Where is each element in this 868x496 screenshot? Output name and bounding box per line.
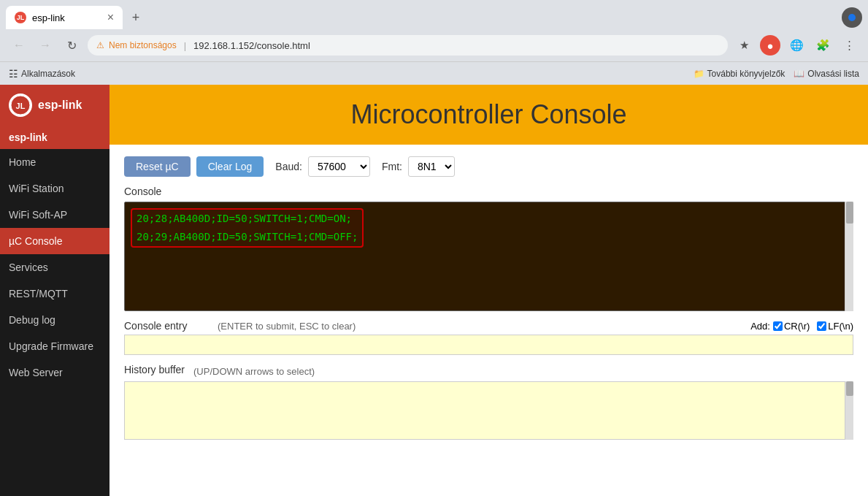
history-area[interactable] <box>124 381 853 440</box>
entry-header: Console entry (ENTER to submit, ESC to c… <box>124 320 853 332</box>
svg-point-0 <box>848 14 856 21</box>
history-hint: (UP/DOWN arrows to select) <box>193 366 315 377</box>
tab-favicon: JL <box>15 12 26 23</box>
page-header: Microcontroller Console <box>110 85 868 145</box>
translate-icon[interactable]: 🌐 <box>786 35 807 56</box>
history-area-wrapper <box>124 381 853 440</box>
tab-bar: JL esp-link × + <box>0 0 868 29</box>
sidebar-item-home[interactable]: Home <box>0 149 110 175</box>
console-area: 20;28;AB400D;ID=50;SWITCH=1;CMD=ON; 20;2… <box>124 202 853 311</box>
logo-icon: JL <box>9 94 32 117</box>
reset-uc-button[interactable]: Reset µC <box>124 156 191 177</box>
browser-chrome: JL esp-link × + ← → ↻ ⚠ Nem biztonságos … <box>0 0 868 85</box>
sidebar: JL esp-link esp-link Home WiFi Station W… <box>0 85 110 496</box>
console-entry-label: Console entry <box>124 320 212 332</box>
security-warning: Nem biztonságos <box>109 40 177 50</box>
sidebar-item-wifi-station[interactable]: WiFi Station <box>0 175 110 202</box>
reload-button[interactable]: ↻ <box>61 35 82 56</box>
bookmarks-right: 📁 További könyvjelzők 📖 Olvasási lista <box>694 69 859 79</box>
console-wrapper: 20;28;AB400D;ID=50;SWITCH=1;CMD=ON; 20;2… <box>124 202 853 311</box>
app-container: JL esp-link esp-link Home WiFi Station W… <box>0 85 868 496</box>
console-line-1: 20;28;AB400D;ID=50;SWITCH=1;CMD=ON; <box>131 208 364 228</box>
bookmark-star-icon[interactable]: ★ <box>734 35 754 56</box>
sidebar-item-upgrade-firmware[interactable]: Upgrade Firmware <box>0 333 110 359</box>
console-entry-section: Console entry (ENTER to submit, ESC to c… <box>124 320 853 355</box>
history-section: History buffer (UP/DOWN arrows to select… <box>124 364 853 440</box>
baud-select[interactable]: 57600 9600 19200 38400 115200 <box>308 156 370 177</box>
more-bookmarks-link[interactable]: 📁 További könyvjelzők <box>694 69 786 79</box>
content-area: Reset µC Clear Log Baud: 57600 9600 1920… <box>110 145 868 496</box>
sidebar-item-web-server[interactable]: Web Server <box>0 359 110 386</box>
apps-label: Alkalmazások <box>21 69 75 79</box>
security-icon: ⚠ <box>96 40 104 50</box>
url-separator: | <box>184 40 186 51</box>
sidebar-logo: JL esp-link <box>0 85 110 126</box>
sidebar-item-services[interactable]: Services <box>0 254 110 281</box>
bookmarks-bar: ☷ Alkalmazások 📁 További könyvjelzők 📖 O… <box>0 61 868 85</box>
reading-list-label: Olvasási lista <box>807 69 859 79</box>
sidebar-item-wifi-softap[interactable]: WiFi Soft-AP <box>0 202 110 228</box>
page-title: Microcontroller Console <box>124 99 853 130</box>
forward-button[interactable]: → <box>35 35 55 56</box>
chrome-menu-button[interactable]: ⋮ <box>839 35 859 56</box>
reading-list-link[interactable]: 📖 Olvasási lista <box>794 69 859 79</box>
lf-checkbox[interactable] <box>817 321 826 331</box>
cr-checkbox[interactable] <box>773 321 783 331</box>
record-icon[interactable]: ● <box>760 35 780 56</box>
console-entry-hint: (ENTER to submit, ESC to clear) <box>218 321 356 332</box>
tab-title: esp-link <box>32 12 101 23</box>
add-label: Add: <box>750 321 770 332</box>
folder-icon: 📁 <box>694 69 704 79</box>
sidebar-item-rest-mqtt[interactable]: REST/MQTT <box>0 281 110 307</box>
address-bar: ← → ↻ ⚠ Nem biztonságos | 192.168.1.152/… <box>0 29 868 61</box>
fmt-select[interactable]: 8N1 8N2 7N1 7E1 <box>408 156 455 177</box>
sidebar-logo-text: esp-link <box>38 99 82 112</box>
history-scrollbar-thumb <box>846 381 853 396</box>
url-display: 192.168.1.152/console.html <box>193 40 310 51</box>
chrome-menu-icon <box>842 7 862 28</box>
console-line-2: 20;29;AB400D;ID=50;SWITCH=1;CMD=OFF; <box>131 228 364 248</box>
reading-list-icon: 📖 <box>794 69 804 79</box>
console-entry-input[interactable] <box>124 335 853 355</box>
sidebar-item-uc-console[interactable]: µC Console <box>0 228 110 254</box>
main-content: Microcontroller Console Reset µC Clear L… <box>110 85 868 496</box>
svg-text:JL: JL <box>16 102 26 110</box>
extensions-icon[interactable]: 🧩 <box>813 35 833 56</box>
console-lines: 20;28;AB400D;ID=50;SWITCH=1;CMD=ON; 20;2… <box>131 208 847 248</box>
history-scrollbar[interactable] <box>845 381 853 440</box>
history-label: History buffer <box>124 364 185 375</box>
apps-bookmark[interactable]: ☷ Alkalmazások <box>9 68 75 80</box>
more-bookmarks-label: További könyvjelzők <box>707 69 786 79</box>
lf-label: LF(\n) <box>828 321 853 332</box>
console-label: Console <box>124 186 853 197</box>
sidebar-app-name: esp-link <box>0 126 110 149</box>
back-button[interactable]: ← <box>9 35 29 56</box>
clear-log-button[interactable]: Clear Log <box>196 156 264 177</box>
console-highlight-block: 20;28;AB400D;ID=50;SWITCH=1;CMD=ON; 20;2… <box>131 208 364 248</box>
history-header: History buffer (UP/DOWN arrows to select… <box>124 364 853 378</box>
cr-label: CR(\r) <box>784 321 810 332</box>
address-field[interactable]: ⚠ Nem biztonságos | 192.168.1.152/consol… <box>88 35 728 56</box>
baud-label: Baud: <box>275 161 302 172</box>
cr-checkbox-label[interactable]: CR(\r) <box>773 321 810 332</box>
active-tab[interactable]: JL esp-link × <box>6 6 123 29</box>
toolbar: Reset µC Clear Log Baud: 57600 9600 1920… <box>124 156 853 177</box>
tab-close-button[interactable]: × <box>107 12 114 23</box>
sidebar-item-debug-log[interactable]: Debug log <box>0 307 110 333</box>
new-tab-button[interactable]: + <box>126 7 146 28</box>
add-options: Add: CR(\r) LF(\n) <box>750 321 853 332</box>
lf-checkbox-label[interactable]: LF(\n) <box>817 321 853 332</box>
console-scrollbar[interactable] <box>845 202 853 311</box>
fmt-label: Fmt: <box>382 161 402 172</box>
console-scrollbar-thumb <box>846 202 853 224</box>
apps-grid-icon: ☷ <box>9 68 18 80</box>
